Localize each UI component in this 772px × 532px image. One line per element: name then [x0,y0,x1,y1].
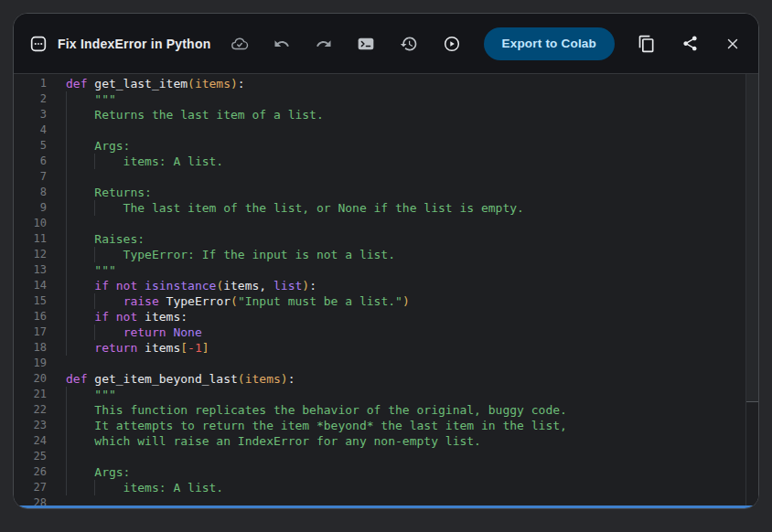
code-canvas-panel: Fix IndexError in Python [13,13,759,509]
redo-button[interactable] [313,33,335,55]
line-number: 3 [14,107,66,122]
indent-guide [94,325,95,340]
line-number: 17 [14,325,66,340]
indent-guide [66,185,67,200]
share-button[interactable] [679,33,701,55]
indent-guide [94,480,95,495]
indent-guide [66,325,67,340]
editor-line: 7 [14,169,745,185]
line-number: 6 [14,154,66,169]
export-to-colab-button[interactable]: Export to Colab [484,27,616,60]
indent-guide [66,91,67,107]
code-lines: 1def get_last_item(items):2 """3 Returns… [14,76,745,505]
line-number: 22 [14,402,66,418]
code-line: raise TypeError("Input must be a list.") [66,293,410,309]
line-number: 28 [14,495,66,505]
line-number: 27 [14,480,66,495]
undo-button[interactable] [271,33,293,55]
editor-line: 17 return None [14,325,745,340]
indent-guide [94,154,95,169]
code-line: which will raise an IndexError for any n… [66,433,481,449]
version-history-button[interactable] [398,33,420,55]
editor-line: 2 """ [14,91,745,107]
document-title: Fix IndexError in Python [58,37,210,51]
cloud-saved-button[interactable] [229,33,251,55]
code-canvas-icon [28,34,48,54]
terminal-button[interactable] [355,33,377,55]
copy-icon [638,35,656,53]
indent-guide [66,262,67,278]
scrollbar-thumb[interactable] [746,74,758,402]
header-left-group: Fix IndexError in Python [28,33,335,55]
line-number: 8 [14,185,66,200]
line-number: 19 [14,356,66,371]
indent-guide [66,138,67,154]
indent-guide [66,387,67,402]
line-number: 20 [14,371,66,387]
indent-guide [66,216,67,231]
editor-line: 21 """ [14,387,745,402]
editor-line: 18 return items[-1] [14,340,745,356]
code-line: if not items: [66,309,188,325]
indent-guide [66,433,67,449]
indent-guide [66,480,67,495]
editor-line: 14 if not isinstance(items, list): [14,278,745,293]
editor-line: 19 [14,356,745,371]
close-button[interactable] [722,33,744,55]
line-number: 15 [14,293,66,309]
code-editor[interactable]: 1def get_last_item(items):2 """3 Returns… [14,74,758,505]
line-number: 7 [14,169,66,185]
code-line: return items[-1] [66,340,209,356]
indent-guide [66,200,67,216]
line-number: 12 [14,247,66,262]
code-line: """ [66,91,116,107]
line-number: 11 [14,231,66,247]
editor-line: 13 """ [14,262,745,278]
editor-line: 4 [14,122,745,138]
copy-button[interactable] [636,33,658,55]
terminal-icon [357,35,375,53]
editor-line: 12 TypeError: If the input is not a list… [14,247,745,262]
indent-guide [66,122,67,138]
run-button[interactable] [441,33,463,55]
code-line: It attempts to return the item *beyond* … [66,418,567,433]
line-number: 25 [14,449,66,464]
line-number: 21 [14,387,66,402]
editor-line: 6 items: A list. [14,154,745,169]
code-line: """ [66,387,116,402]
indent-guide [66,464,67,480]
line-number: 23 [14,418,66,433]
editor-line: 15 raise TypeError("Input must be a list… [14,293,745,309]
line-number: 16 [14,309,66,325]
line-number: 18 [14,340,66,356]
header-right-group: Export to Colab [355,27,745,60]
line-number: 9 [14,200,66,216]
indent-guide [66,247,67,262]
line-number: 1 [14,76,66,91]
indent-guide [66,154,67,169]
code-line: if not isinstance(items, list): [66,278,316,293]
line-number: 4 [14,122,66,138]
code-line: items: A list. [66,154,223,169]
line-number: 10 [14,216,66,231]
editor-line: 28 [14,495,745,505]
close-icon [724,36,741,52]
scrollbar-track[interactable] [745,74,758,505]
indent-guide [66,293,67,309]
indent-guide [66,449,67,464]
indent-guide [66,231,67,247]
indent-guide [66,309,67,325]
code-line: items: A list. [66,480,223,495]
editor-line: 5 Args: [14,138,745,154]
redo-icon [316,36,332,52]
editor-line: 1def get_last_item(items): [14,76,745,91]
editor-line: 27 items: A list. [14,480,745,495]
editor-line: 11 Raises: [14,231,745,247]
undo-icon [273,36,290,52]
line-number: 14 [14,278,66,293]
line-number: 5 [14,138,66,154]
line-number: 24 [14,433,66,449]
editor-line: 20def get_item_beyond_last(items): [14,371,745,387]
indent-guide [66,402,67,418]
history-icon [400,35,418,53]
